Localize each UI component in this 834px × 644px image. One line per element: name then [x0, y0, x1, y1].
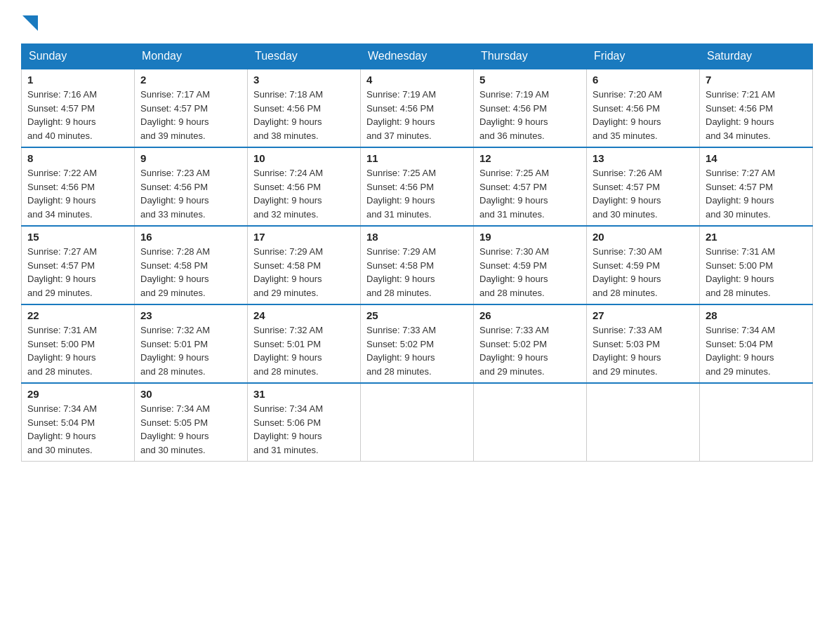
day-info: Sunrise: 7:25 AMSunset: 4:56 PMDaylight:… [366, 168, 436, 220]
day-cell: 26 Sunrise: 7:33 AMSunset: 5:02 PMDaylig… [474, 304, 587, 383]
week-row-3: 15 Sunrise: 7:27 AMSunset: 4:57 PMDaylig… [22, 226, 813, 304]
day-info: Sunrise: 7:30 AMSunset: 4:59 PMDaylight:… [479, 246, 549, 298]
day-info: Sunrise: 7:27 AMSunset: 4:57 PMDaylight:… [706, 168, 775, 220]
weekday-header-thursday: Thursday [474, 44, 587, 69]
day-info: Sunrise: 7:17 AMSunset: 4:57 PMDaylight:… [140, 89, 210, 141]
day-info: Sunrise: 7:34 AMSunset: 5:05 PMDaylight:… [140, 403, 210, 455]
day-cell: 9 Sunrise: 7:23 AMSunset: 4:56 PMDayligh… [135, 147, 248, 226]
day-cell [474, 383, 587, 462]
day-cell: 10 Sunrise: 7:24 AMSunset: 4:56 PMDaylig… [248, 147, 361, 226]
day-cell: 2 Sunrise: 7:17 AMSunset: 4:57 PMDayligh… [135, 69, 248, 147]
weekday-header-tuesday: Tuesday [248, 44, 361, 69]
day-number: 25 [366, 309, 468, 321]
day-number: 16 [140, 231, 241, 243]
day-cell: 27 Sunrise: 7:33 AMSunset: 5:03 PMDaylig… [587, 304, 700, 383]
day-cell: 28 Sunrise: 7:34 AMSunset: 5:04 PMDaylig… [700, 304, 813, 383]
day-cell: 11 Sunrise: 7:25 AMSunset: 4:56 PMDaylig… [361, 147, 474, 226]
day-info: Sunrise: 7:20 AMSunset: 4:56 PMDaylight:… [593, 89, 662, 141]
day-cell: 21 Sunrise: 7:31 AMSunset: 5:00 PMDaylig… [700, 226, 813, 304]
day-info: Sunrise: 7:31 AMSunset: 5:00 PMDaylight:… [27, 325, 97, 377]
day-number: 29 [27, 388, 128, 400]
day-number: 4 [366, 74, 468, 86]
day-info: Sunrise: 7:28 AMSunset: 4:58 PMDaylight:… [140, 246, 210, 298]
day-info: Sunrise: 7:18 AMSunset: 4:56 PMDaylight:… [253, 89, 323, 141]
day-info: Sunrise: 7:22 AMSunset: 4:56 PMDaylight:… [27, 168, 97, 220]
day-number: 3 [253, 74, 355, 86]
day-cell: 1 Sunrise: 7:16 AMSunset: 4:57 PMDayligh… [22, 69, 135, 147]
day-info: Sunrise: 7:27 AMSunset: 4:57 PMDaylight:… [27, 246, 97, 298]
day-number: 8 [27, 152, 128, 164]
day-cell: 25 Sunrise: 7:33 AMSunset: 5:02 PMDaylig… [361, 304, 474, 383]
day-cell: 22 Sunrise: 7:31 AMSunset: 5:00 PMDaylig… [22, 304, 135, 383]
day-cell: 29 Sunrise: 7:34 AMSunset: 5:04 PMDaylig… [22, 383, 135, 462]
day-number: 1 [27, 74, 128, 86]
day-info: Sunrise: 7:24 AMSunset: 4:56 PMDaylight:… [253, 168, 323, 220]
day-info: Sunrise: 7:19 AMSunset: 4:56 PMDaylight:… [366, 89, 436, 141]
day-info: Sunrise: 7:26 AMSunset: 4:57 PMDaylight:… [593, 168, 662, 220]
day-cell: 20 Sunrise: 7:30 AMSunset: 4:59 PMDaylig… [587, 226, 700, 304]
day-info: Sunrise: 7:34 AMSunset: 5:04 PMDaylight:… [27, 403, 97, 455]
day-cell: 5 Sunrise: 7:19 AMSunset: 4:56 PMDayligh… [474, 69, 587, 147]
day-cell: 7 Sunrise: 7:21 AMSunset: 4:56 PMDayligh… [700, 69, 813, 147]
day-info: Sunrise: 7:33 AMSunset: 5:02 PMDaylight:… [479, 325, 549, 377]
weekday-header-monday: Monday [135, 44, 248, 69]
weekday-header-friday: Friday [587, 44, 700, 69]
day-cell: 14 Sunrise: 7:27 AMSunset: 4:57 PMDaylig… [700, 147, 813, 226]
day-cell: 13 Sunrise: 7:26 AMSunset: 4:57 PMDaylig… [587, 147, 700, 226]
weekday-header-saturday: Saturday [700, 44, 813, 69]
day-number: 14 [706, 152, 807, 164]
day-number: 28 [706, 309, 807, 321]
day-info: Sunrise: 7:29 AMSunset: 4:58 PMDaylight:… [253, 246, 323, 298]
day-info: Sunrise: 7:31 AMSunset: 5:00 PMDaylight:… [706, 246, 775, 298]
day-number: 20 [593, 231, 694, 243]
day-number: 11 [366, 152, 468, 164]
day-cell: 16 Sunrise: 7:28 AMSunset: 4:58 PMDaylig… [135, 226, 248, 304]
day-cell: 8 Sunrise: 7:22 AMSunset: 4:56 PMDayligh… [22, 147, 135, 226]
day-number: 31 [253, 388, 355, 400]
page-header [21, 14, 813, 31]
week-row-1: 1 Sunrise: 7:16 AMSunset: 4:57 PMDayligh… [22, 69, 813, 147]
day-number: 19 [479, 231, 581, 243]
logo [21, 14, 38, 31]
day-number: 7 [706, 74, 807, 86]
day-number: 2 [140, 74, 241, 86]
day-cell: 18 Sunrise: 7:29 AMSunset: 4:58 PMDaylig… [361, 226, 474, 304]
day-cell: 12 Sunrise: 7:25 AMSunset: 4:57 PMDaylig… [474, 147, 587, 226]
week-row-2: 8 Sunrise: 7:22 AMSunset: 4:56 PMDayligh… [22, 147, 813, 226]
day-cell: 30 Sunrise: 7:34 AMSunset: 5:05 PMDaylig… [135, 383, 248, 462]
day-number: 13 [593, 152, 694, 164]
logo-triangle-icon [22, 15, 38, 31]
day-number: 24 [253, 309, 355, 321]
day-info: Sunrise: 7:21 AMSunset: 4:56 PMDaylight:… [706, 89, 775, 141]
day-cell: 4 Sunrise: 7:19 AMSunset: 4:56 PMDayligh… [361, 69, 474, 147]
day-number: 5 [479, 74, 581, 86]
day-cell [700, 383, 813, 462]
day-number: 12 [479, 152, 581, 164]
day-number: 30 [140, 388, 241, 400]
weekday-header-sunday: Sunday [22, 44, 135, 69]
day-info: Sunrise: 7:33 AMSunset: 5:03 PMDaylight:… [593, 325, 662, 377]
day-info: Sunrise: 7:34 AMSunset: 5:06 PMDaylight:… [253, 403, 323, 455]
day-info: Sunrise: 7:16 AMSunset: 4:57 PMDaylight:… [27, 89, 97, 141]
day-number: 9 [140, 152, 241, 164]
day-cell: 17 Sunrise: 7:29 AMSunset: 4:58 PMDaylig… [248, 226, 361, 304]
day-number: 10 [253, 152, 355, 164]
day-number: 23 [140, 309, 241, 321]
day-number: 27 [593, 309, 694, 321]
day-number: 26 [479, 309, 581, 321]
day-number: 22 [27, 309, 128, 321]
day-cell [361, 383, 474, 462]
day-info: Sunrise: 7:30 AMSunset: 4:59 PMDaylight:… [593, 246, 662, 298]
day-info: Sunrise: 7:33 AMSunset: 5:02 PMDaylight:… [366, 325, 436, 377]
day-info: Sunrise: 7:25 AMSunset: 4:57 PMDaylight:… [479, 168, 549, 220]
calendar-table: SundayMondayTuesdayWednesdayThursdayFrid… [21, 43, 813, 462]
day-info: Sunrise: 7:29 AMSunset: 4:58 PMDaylight:… [366, 246, 436, 298]
day-number: 21 [706, 231, 807, 243]
day-cell: 31 Sunrise: 7:34 AMSunset: 5:06 PMDaylig… [248, 383, 361, 462]
day-cell: 6 Sunrise: 7:20 AMSunset: 4:56 PMDayligh… [587, 69, 700, 147]
day-info: Sunrise: 7:23 AMSunset: 4:56 PMDaylight:… [140, 168, 210, 220]
day-info: Sunrise: 7:32 AMSunset: 5:01 PMDaylight:… [253, 325, 323, 377]
week-row-5: 29 Sunrise: 7:34 AMSunset: 5:04 PMDaylig… [22, 383, 813, 462]
day-cell: 15 Sunrise: 7:27 AMSunset: 4:57 PMDaylig… [22, 226, 135, 304]
weekday-header-row: SundayMondayTuesdayWednesdayThursdayFrid… [22, 44, 813, 69]
